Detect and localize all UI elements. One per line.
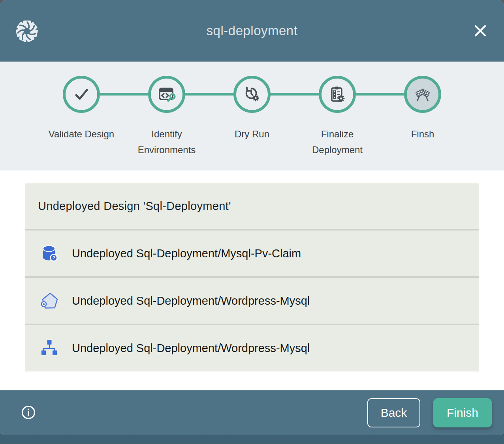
svg-text:?: ? (53, 255, 55, 260)
sql-deployment-dialog: sql-deployment Validate Design (0, 0, 504, 435)
finish-button[interactable]: Finish (433, 398, 492, 427)
panel-title-row: Undeployed Design 'Sql-Deployment' (25, 183, 479, 229)
step-label: Validate Design (40, 126, 123, 142)
step-circle-validate-design (63, 76, 100, 113)
code-wrench-icon (157, 85, 176, 104)
step-circle-finalize-deployment (319, 76, 356, 113)
list-item: ? Undeployed Sql-Deployment/Mysql-Pv-Cla… (25, 229, 479, 276)
pentagon-icon (39, 291, 59, 311)
wizard-stepper: Validate Design Identify Environments (0, 62, 504, 170)
step-label: Finalize Deployment (296, 126, 379, 158)
info-icon (21, 405, 36, 420)
step-label: Dry Run (211, 126, 293, 142)
dialog-content: Undeployed Design 'Sql-Deployment' ? Und… (0, 170, 504, 390)
list-item: Undeployed Sql-Deployment/Wordpress-Mysq… (25, 276, 479, 324)
panel-title: Undeployed Design 'Sql-Deployment' (38, 200, 231, 213)
close-icon (472, 22, 489, 39)
tree-icon (39, 338, 59, 358)
step-dry-run: Dry Run (209, 62, 295, 158)
step-validate-design: Validate Design (39, 62, 124, 158)
step-circle-finsh (404, 76, 441, 113)
clipboard-gear-icon (328, 85, 347, 104)
undeployed-status-panel: Undeployed Design 'Sql-Deployment' ? Und… (25, 183, 479, 371)
finish-flags-icon (412, 83, 434, 105)
dialog-title: sql-deployment (0, 23, 504, 38)
back-button[interactable]: Back (367, 398, 420, 427)
dialog-header: sql-deployment (0, 0, 504, 62)
list-item-text: Undeployed Sql-Deployment/Wordpress-Mysq… (72, 342, 310, 355)
history-gear-icon (243, 85, 261, 104)
step-circle-identify-environments (148, 76, 185, 113)
check-icon (72, 85, 90, 103)
close-button[interactable] (471, 21, 490, 40)
dialog-footer: Back Finish (0, 390, 504, 435)
info-button[interactable] (21, 405, 36, 421)
step-label: Identify Environments (125, 126, 208, 158)
database-icon: ? (39, 244, 59, 263)
list-item-text: Undeployed Sql-Deployment/Wordpress-Mysq… (72, 294, 310, 307)
step-finsh: Finsh (380, 62, 465, 158)
step-label: Finsh (381, 126, 464, 142)
list-item-text: Undeployed Sql-Deployment/Mysql-Pv-Claim (72, 247, 301, 260)
step-circle-dry-run (233, 76, 271, 113)
step-finalize-deployment: Finalize Deployment (295, 62, 380, 158)
step-identify-environments: Identify Environments (124, 62, 209, 158)
list-item: Undeployed Sql-Deployment/Wordpress-Mysq… (25, 324, 479, 371)
